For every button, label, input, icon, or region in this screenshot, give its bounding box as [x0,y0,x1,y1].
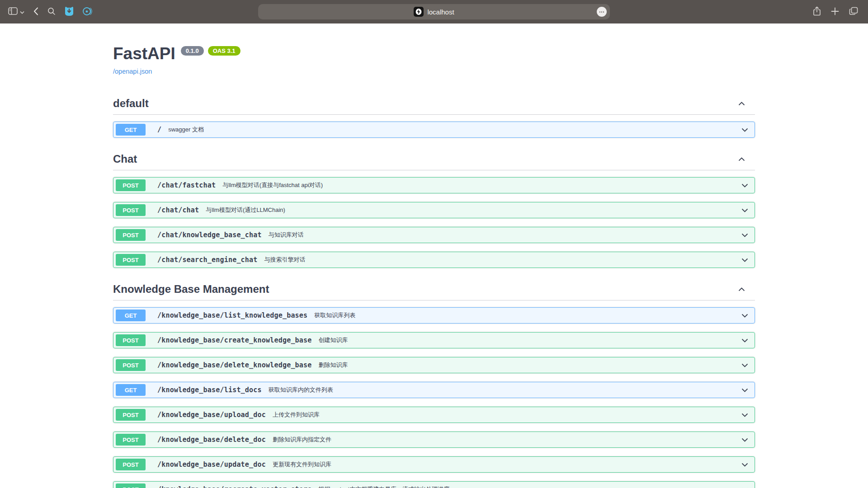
endpoint-row[interactable]: POST /chat/knowledge_base_chat 与知识库对话 [113,227,755,243]
endpoint-path: /chat/chat [157,206,199,214]
chevron-down-icon[interactable] [741,361,748,369]
share-button[interactable] [813,6,821,18]
api-title-text: FastAPI [113,44,175,64]
endpoint-row[interactable]: POST /chat/search_engine_chat 与搜索引擎对话 [113,252,755,268]
method-badge: GET [116,310,146,321]
api-section-chat: Chat POST /chat/fastchat 与llm模型对话(直接与fas… [113,149,755,268]
endpoint-row[interactable]: POST /knowledge_base/delete_knowledge_ba… [113,357,755,373]
browser-toolbar: localhost [0,0,868,23]
extension-shield-button[interactable] [65,6,74,18]
endpoint-path: /knowledge_base/create_knowledge_base [157,336,312,344]
version-badge: 0.1.0 [181,46,204,56]
section-title: default [113,97,149,110]
endpoint-path: /knowledge_base/update_doc [157,460,266,469]
endpoint-summary: 创建知识库 [319,336,348,344]
tab-overview-button[interactable] [849,7,858,17]
share-icon [813,6,821,18]
endpoint-row[interactable]: GET / swagger 文档 [113,122,755,138]
endpoint-path: /knowledge_base/list_knowledge_bases [157,311,307,319]
section-header[interactable]: Knowledge Base Management [113,279,755,300]
chevron-down-icon[interactable] [741,336,748,344]
address-url: localhost [427,8,454,16]
endpoint-summary: 与搜索引擎对话 [264,256,306,264]
chevron-down-icon [20,9,24,15]
endpoint-row[interactable]: POST /knowledge_base/upload_doc 上传文件到知识库 [113,407,755,423]
page-title: FastAPI 0.1.0 OAS 3.1 [113,44,755,64]
extension-rings-button[interactable] [83,6,93,18]
endpoint-row[interactable]: POST /knowledge_base/recreate_vector_sto… [113,481,755,488]
page-content: FastAPI 0.1.0 OAS 3.1 /openapi.json defa… [0,23,868,488]
method-badge: POST [116,179,146,191]
sidebar-toggle-button[interactable] [8,7,18,16]
oas-badge: OAS 3.1 [208,46,241,56]
api-info: FastAPI 0.1.0 OAS 3.1 /openapi.json [113,23,755,94]
method-badge: POST [116,483,146,488]
back-icon [33,7,38,17]
endpoint-summary: 与llm模型对话(直接与fastchat api对话) [222,181,323,189]
address-bar[interactable]: localhost [258,4,610,19]
search-icon [47,7,56,17]
endpoint-summary: 更新现有文件到知识库 [273,460,331,469]
page-more-button[interactable] [597,7,607,17]
chevron-down-icon[interactable] [741,436,748,444]
endpoint-row[interactable]: GET /knowledge_base/list_docs 获取知识库内的文件列… [113,382,755,398]
endpoint-summary: 与llm模型对话(通过LLMChain) [206,206,285,214]
endpoint-path: / [157,126,161,134]
chevron-up-icon[interactable] [738,285,745,293]
section-title: Knowledge Base Management [113,283,269,296]
endpoint-list: GET /knowledge_base/list_knowledge_bases… [113,300,755,488]
openapi-spec-link[interactable]: /openapi.json [113,68,152,75]
chevron-down-icon[interactable] [741,311,748,319]
endpoint-summary: 与知识库对话 [269,231,304,239]
method-badge: GET [116,384,146,396]
extension-rings-icon [83,6,93,18]
chevron-down-icon[interactable] [741,256,748,264]
sidebar-icon [8,7,18,16]
endpoint-path: /chat/knowledge_base_chat [157,231,262,239]
api-section-default: default GET / swagger 文档 [113,94,755,138]
chevron-down-icon[interactable] [741,126,748,134]
sidebar-menu-button[interactable] [20,9,24,15]
endpoint-summary: 删除知识库内指定文件 [273,436,331,444]
endpoint-path: /chat/search_engine_chat [157,256,258,264]
section-header[interactable]: default [113,94,755,115]
method-badge: POST [116,359,146,371]
method-badge: POST [116,409,146,421]
section-header[interactable]: Chat [113,149,755,170]
endpoint-row[interactable]: POST /knowledge_base/create_knowledge_ba… [113,332,755,348]
section-title: Chat [113,153,137,165]
endpoint-summary: 上传文件到知识库 [273,411,320,419]
method-badge: POST [116,434,146,446]
method-badge: POST [116,204,146,216]
endpoint-summary: 获取知识库内的文件列表 [269,386,333,394]
page-favicon-bolt [414,7,424,17]
method-badge: POST [116,459,146,470]
chevron-down-icon[interactable] [741,206,748,214]
endpoint-list: POST /chat/fastchat 与llm模型对话(直接与fastchat… [113,170,755,268]
method-badge: POST [116,229,146,241]
endpoint-list: GET / swagger 文档 [113,115,755,138]
chevron-down-icon[interactable] [741,231,748,239]
chevron-up-icon[interactable] [738,99,745,108]
endpoint-row[interactable]: POST /knowledge_base/delete_doc 删除知识库内指定… [113,432,755,448]
endpoint-row[interactable]: GET /knowledge_base/list_knowledge_bases… [113,307,755,324]
endpoint-summary: 根据content中文档重建向量库，流式输出处理进度。 [319,485,456,488]
chevron-down-icon[interactable] [741,411,748,419]
endpoint-row[interactable]: POST /chat/chat 与llm模型对话(通过LLMChain) [113,202,755,218]
chevron-down-icon[interactable] [741,181,748,189]
endpoint-summary: 删除知识库 [319,361,348,369]
chevron-up-icon[interactable] [738,155,745,163]
chevron-down-icon[interactable] [741,460,748,469]
extension-shield-icon [65,6,74,18]
endpoint-row[interactable]: POST /chat/fastchat 与llm模型对话(直接与fastchat… [113,177,755,193]
back-button[interactable] [33,7,38,17]
endpoint-path: /knowledge_base/delete_knowledge_base [157,361,312,369]
api-section-knowledge-base-management: Knowledge Base Management GET /knowledge… [113,279,755,488]
chevron-down-icon[interactable] [741,485,748,488]
search-button[interactable] [47,7,56,17]
endpoint-path: /chat/fastchat [157,181,216,189]
endpoint-row[interactable]: POST /knowledge_base/update_doc 更新现有文件到知… [113,456,755,473]
new-tab-icon [831,7,839,17]
new-tab-button[interactable] [831,7,839,17]
chevron-down-icon[interactable] [741,386,748,394]
